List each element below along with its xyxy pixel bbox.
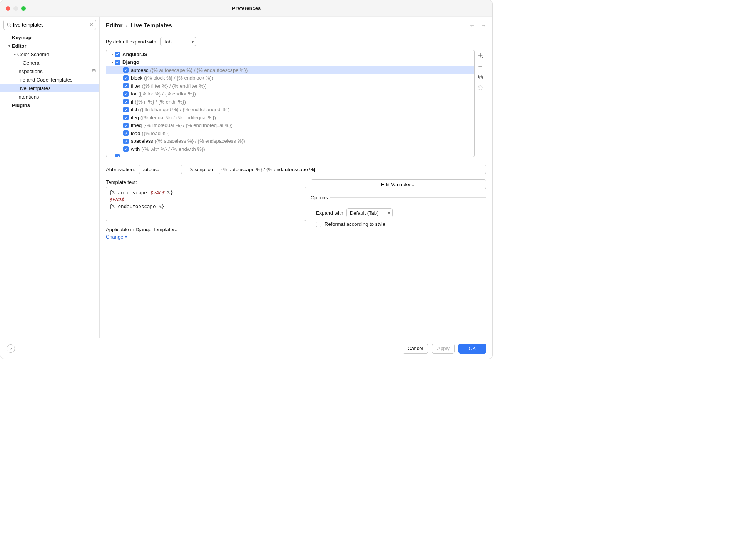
chevron-down-icon: ▾ (388, 211, 390, 215)
template-desc: ({% block %} / {% endblock %}) (144, 75, 213, 81)
duplicate-template-icon[interactable] (477, 73, 484, 81)
template-abbr: ifneq (131, 122, 142, 128)
cancel-button[interactable]: Cancel (403, 344, 428, 354)
default-expand-value: Tab (164, 39, 172, 45)
template-item-ifch[interactable]: ifch({% ifchanged %} / {% endifchanged %… (106, 106, 474, 114)
sidebar-item-editor[interactable]: ▾Editor (0, 42, 99, 50)
template-checkbox[interactable] (123, 67, 129, 73)
settings-tree: Keymap▾Editor▾Color SchemeGeneralInspect… (0, 32, 99, 109)
template-abbr: block (131, 75, 142, 81)
reformat-checkbox[interactable] (316, 222, 321, 227)
template-item-ifeq[interactable]: ifeq({% ifequal %} / {% endifequal %}) (106, 114, 474, 122)
breadcrumb-root[interactable]: Editor (106, 22, 122, 28)
edit-variables-button[interactable]: Edit Variables... (311, 179, 486, 189)
template-item-with[interactable]: with({% with %} / {% endwith %}) (106, 145, 474, 153)
minimize-window-button[interactable] (13, 6, 18, 11)
chevron-icon: ▾ (7, 44, 12, 48)
search-box[interactable]: ✕ (3, 20, 96, 30)
template-checkbox[interactable] (123, 99, 129, 104)
breadcrumb-leaf: Live Templates (130, 22, 172, 28)
sidebar-item-file-and-code-templates[interactable]: File and Code Templates (0, 75, 99, 84)
sidebar-item-general[interactable]: General (0, 58, 99, 67)
template-abbr: with (131, 146, 140, 152)
template-item-autoesc[interactable]: autoesc({% autoescape %} / {% endautoesc… (106, 66, 474, 74)
group-label: AngularJS (122, 52, 147, 57)
search-icon (6, 22, 12, 27)
add-template-icon[interactable] (477, 52, 484, 59)
maximize-window-button[interactable] (21, 6, 26, 11)
sidebar-item-label: Intentions (17, 94, 39, 100)
sidebar-item-plugins[interactable]: Plugins (0, 101, 99, 109)
close-window-button[interactable] (6, 6, 10, 11)
description-label: Description: (188, 167, 215, 172)
template-item-filter[interactable]: filter({% filter %} / {% endfilter %}) (106, 82, 474, 90)
template-group-partial[interactable]: ▸… (106, 153, 474, 157)
group-checkbox[interactable] (115, 52, 120, 57)
abbreviation-input[interactable] (139, 165, 182, 174)
group-checkbox[interactable] (115, 60, 120, 65)
template-desc: ({% load %}) (142, 130, 170, 136)
group-checkbox[interactable] (115, 154, 120, 157)
chevron-down-icon: ▾ (192, 40, 194, 44)
template-text-editor[interactable]: {% autoescape $VAL$ %} $END$ {% endautoe… (106, 187, 306, 221)
applicable-context-text: Applicable in Django Templates. (106, 227, 306, 232)
help-icon[interactable]: ? (7, 344, 15, 353)
template-desc: ({% ifequal %} / {% endifequal %}) (140, 115, 216, 120)
template-abbr: for (131, 91, 137, 97)
template-item-load[interactable]: load({% load %}) (106, 129, 474, 137)
content-panel: Editor › Live Templates ← → By default e… (100, 17, 492, 338)
template-abbr: if (131, 99, 134, 105)
template-desc: ({% for %} / {% endfor %}) (138, 91, 196, 97)
template-item-if[interactable]: if({% if %} / {% endif %}) (106, 98, 474, 106)
default-expand-select[interactable]: Tab ▾ (160, 37, 196, 46)
sidebar-item-label: Live Templates (17, 85, 50, 91)
template-checkbox[interactable] (123, 115, 129, 120)
template-checkbox[interactable] (123, 75, 129, 81)
template-checkbox[interactable] (123, 107, 129, 112)
expand-with-select[interactable]: Default (Tab) ▾ (346, 208, 393, 217)
sidebar-item-live-templates[interactable]: Live Templates (0, 84, 99, 92)
search-input[interactable] (12, 21, 89, 28)
svg-line-1 (10, 26, 10, 27)
template-item-for[interactable]: for({% for %} / {% endfor %}) (106, 90, 474, 98)
ok-button[interactable]: OK (458, 344, 486, 354)
template-checkbox[interactable] (123, 146, 129, 152)
sidebar-item-inspections[interactable]: Inspections (0, 67, 99, 75)
description-input[interactable] (219, 165, 486, 174)
svg-rect-8 (478, 75, 482, 78)
options-fieldset: Options Expand with Default (Tab) ▾ Refo… (311, 195, 486, 227)
template-item-ifneq[interactable]: ifneq({% ifnotequal %} / {% endifnotequa… (106, 122, 474, 130)
template-checkbox[interactable] (123, 91, 129, 97)
chevron-icon: ▾ (12, 52, 17, 57)
template-checkbox[interactable] (123, 123, 129, 128)
template-item-block[interactable]: block({% block %} / {% endblock %}) (106, 74, 474, 82)
template-abbr: ifeq (131, 115, 139, 120)
clear-search-icon[interactable]: ✕ (89, 22, 94, 28)
sidebar-item-intentions[interactable]: Intentions (0, 92, 99, 101)
template-desc: ({% filter %} / {% endfilter %}) (142, 83, 207, 89)
templates-list: ▸AngularJS▾Djangoautoesc({% autoescape %… (106, 50, 475, 157)
revert-template-icon (477, 84, 484, 92)
sidebar-item-keymap[interactable]: Keymap (0, 33, 99, 42)
sidebar-item-label: Editor (12, 43, 27, 49)
nav-back-icon[interactable]: ← (469, 22, 475, 28)
sidebar-item-label: Color Scheme (17, 52, 49, 57)
window-title: Preferences (232, 5, 261, 11)
options-legend: Options (311, 195, 330, 200)
template-desc: ({% autoescape %} / {% endautoescape %}) (150, 67, 248, 73)
sidebar-item-label: Plugins (12, 102, 30, 108)
template-checkbox[interactable] (123, 83, 129, 88)
sidebar-item-color-scheme[interactable]: ▾Color Scheme (0, 50, 99, 58)
remove-template-icon[interactable] (477, 62, 484, 70)
change-context-link[interactable]: Change ▾ (106, 234, 306, 240)
template-abbr: load (131, 130, 140, 136)
sidebar-item-label: General (23, 60, 40, 66)
reformat-label: Reformat according to style (324, 221, 385, 227)
template-group-angularjs[interactable]: ▸AngularJS (106, 50, 474, 58)
template-checkbox[interactable] (123, 130, 129, 136)
template-item-spaceless[interactable]: spaceless({% spaceless %} / {% endspacel… (106, 137, 474, 145)
template-group-django[interactable]: ▾Django (106, 58, 474, 67)
template-checkbox[interactable] (123, 139, 129, 144)
settings-scope-icon (92, 68, 96, 74)
nav-forward-icon[interactable]: → (480, 22, 486, 28)
